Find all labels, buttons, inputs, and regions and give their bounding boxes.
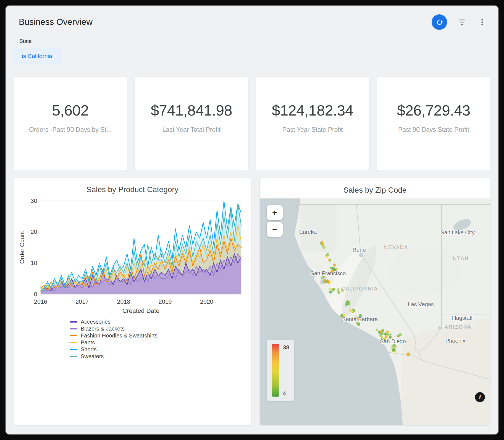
page-title: Business Overview — [19, 17, 432, 27]
legend-swatch — [70, 356, 77, 357]
zip-dot — [337, 291, 340, 294]
more-vert-icon — [478, 18, 486, 26]
map-label: ARIZONA — [445, 324, 472, 330]
scorecard-value: 5,602 — [29, 102, 112, 119]
zoom-out-button[interactable]: − — [267, 222, 283, 237]
legend-swatch — [70, 335, 77, 336]
map-info-button[interactable]: i — [475, 392, 485, 402]
header: Business Overview — [13, 13, 491, 30]
zip-dot — [321, 241, 323, 243]
filter-button[interactable] — [456, 17, 468, 28]
zip-dot — [348, 303, 350, 305]
map-label: CALIFORNIA — [341, 286, 378, 292]
zip-dot — [338, 288, 339, 290]
header-actions — [432, 14, 487, 30]
map-zoom-controls: + − — [267, 205, 283, 237]
svg-text:20: 20 — [31, 229, 37, 235]
zip-dot — [397, 336, 398, 337]
legend-item: Sweaters — [70, 353, 246, 360]
svg-text:2018: 2018 — [117, 298, 130, 305]
dashboard-panel: Business Overview — [6, 6, 498, 434]
svg-text:30: 30 — [31, 198, 37, 204]
legend-label: Pants — [81, 339, 95, 346]
scorecard-label: Orders -Past 90 Days by St... — [29, 126, 112, 133]
category-time-series-chart[interactable]: 010203020162017201820192020Order CountCr… — [19, 197, 246, 315]
map-label: Salt Lake City — [440, 229, 474, 235]
state-filter-chip[interactable]: is California — [13, 48, 61, 64]
map-label: NEVADA — [384, 245, 408, 250]
zip-dot — [349, 309, 351, 312]
legend-min-value: 4 — [283, 390, 289, 397]
map-label: Santa Barbara — [342, 316, 378, 322]
zip-dot — [387, 334, 389, 335]
legend-label: Fashion Hoodies & Sweatshirts — [81, 332, 158, 339]
svg-text:2019: 2019 — [159, 298, 172, 305]
scorecard-past-90-days-state-profit: $26,729.43 Past 90 Days State Profit — [377, 76, 491, 171]
map-label: San Diego — [380, 338, 406, 344]
legend-item: Blazers & Jackets — [70, 325, 246, 332]
legend-label: Shorts — [81, 346, 97, 353]
legend-swatch — [70, 349, 77, 350]
zoom-in-button[interactable]: + — [267, 205, 283, 220]
zip-map-card: Sales by Zip Code — [259, 178, 491, 426]
refresh-button[interactable] — [432, 14, 447, 30]
zip-dot — [327, 254, 329, 256]
zip-map-title: Sales by Zip Code — [262, 186, 488, 195]
scorecard-past-year-state-profit: $124,182.34 Past Year State Profit — [256, 76, 370, 171]
svg-text:2020: 2020 — [200, 298, 213, 305]
legend-label: Blazers & Jackets — [81, 326, 125, 332]
zip-dot — [346, 300, 349, 303]
svg-text:Created Date: Created Date — [122, 307, 159, 314]
scorecard-last-year-profit: $741,841.98 Last Year Total Profit — [134, 76, 248, 171]
scorecard-orders: 5,602 Orders -Past 90 Days by St... — [13, 76, 127, 171]
scorecard-row: 5,602 Orders -Past 90 Days by St... $741… — [13, 76, 491, 171]
zip-dot — [379, 334, 382, 337]
category-chart-legend: AccessoriesBlazers & JacketsFashion Hood… — [70, 318, 246, 360]
scorecard-label: Past Year State Profit — [272, 126, 353, 133]
legend-item: Fashion Hoodies & Sweatshirts — [70, 332, 246, 339]
zip-dot — [392, 348, 396, 352]
zip-dot — [376, 329, 378, 331]
zip-dot — [378, 331, 380, 333]
map-color-legend: 38 4 — [267, 340, 294, 401]
legend-max-value: 38 — [283, 344, 289, 351]
legend-item: Pants — [70, 339, 246, 346]
svg-text:2017: 2017 — [75, 298, 89, 305]
map-label: UTAH — [453, 256, 469, 261]
legend-swatch — [70, 328, 77, 329]
map-label: Las Vegas — [408, 301, 434, 307]
legend-swatch — [70, 321, 77, 323]
refresh-icon — [436, 19, 443, 26]
legend-label: Sweaters — [81, 353, 104, 360]
filter-state-label: State — [19, 38, 491, 44]
zip-dot — [390, 334, 392, 336]
info-icon: i — [479, 394, 481, 401]
zip-dot — [406, 352, 410, 356]
svg-text:2016: 2016 — [34, 298, 47, 305]
scorecard-label: Last Year Total Profit — [151, 126, 232, 133]
map-label: Flagstaff — [451, 315, 473, 321]
map-label: Reno — [352, 247, 366, 253]
scorecard-value: $26,729.43 — [397, 102, 470, 119]
zip-dot — [337, 289, 339, 292]
window-frame: Business Overview — [0, 0, 504, 440]
zip-dot — [398, 333, 402, 336]
category-chart-title: Sales by Product Category — [19, 185, 246, 194]
zip-dot — [330, 288, 332, 290]
legend-item: Shorts — [70, 346, 246, 353]
map-label: Phoenix — [445, 338, 465, 344]
more-menu-button[interactable] — [477, 17, 487, 27]
zip-dot — [357, 322, 360, 325]
scorecard-value: $124,182.34 — [272, 102, 353, 119]
zip-dot — [333, 263, 336, 266]
scorecard-label: Past 90 Days State Profit — [397, 126, 470, 133]
legend-label: Accessories — [81, 319, 111, 325]
map-label: Eureka — [299, 229, 317, 235]
legend-gradient-bar — [272, 344, 279, 397]
zip-dot — [332, 288, 335, 291]
zip-dot — [323, 279, 326, 283]
zip-sales-map[interactable]: EurekaRenoSalt Lake CityNEVADAUTAHSan Fr… — [260, 198, 490, 425]
legend-item: Accessories — [70, 318, 246, 325]
svg-text:Order Count: Order Count — [19, 231, 25, 264]
zip-dot — [329, 260, 331, 262]
